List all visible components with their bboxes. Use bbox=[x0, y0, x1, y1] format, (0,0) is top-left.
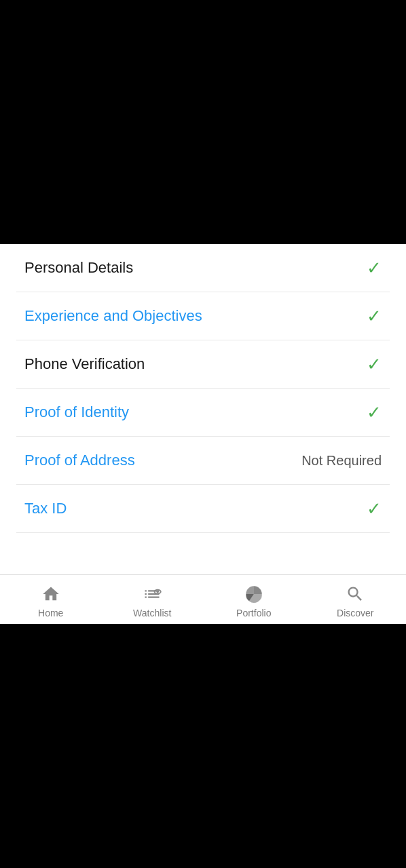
nav-portfolio[interactable]: Portfolio bbox=[234, 583, 274, 618]
svg-point-1 bbox=[157, 591, 160, 593]
checklist-item-tax-id[interactable]: Tax ID✓ bbox=[16, 485, 390, 533]
content-area: Personal Details✓Experience and Objectiv… bbox=[0, 244, 406, 624]
bottom-navigation: Home Watchlist Portfolio bbox=[0, 574, 406, 624]
nav-discover[interactable]: Discover bbox=[335, 583, 375, 618]
checklist-item-proof-of-identity[interactable]: Proof of Identity✓ bbox=[16, 389, 390, 437]
checklist-item-phone-verification[interactable]: Phone Verification✓ bbox=[16, 340, 390, 389]
watchlist-label: Watchlist bbox=[133, 608, 171, 618]
checklist-status-proof-of-identity: ✓ bbox=[367, 403, 382, 421]
checklist: Personal Details✓Experience and Objectiv… bbox=[0, 244, 406, 574]
checklist-status-experience-objectives: ✓ bbox=[367, 307, 382, 325]
checklist-label-proof-of-address: Proof of Address bbox=[24, 452, 135, 469]
checklist-status-phone-verification: ✓ bbox=[367, 355, 382, 373]
checklist-item-proof-of-address[interactable]: Proof of AddressNot Required bbox=[16, 437, 390, 485]
top-black-area bbox=[0, 0, 406, 244]
nav-home[interactable]: Home bbox=[31, 583, 71, 618]
checklist-label-tax-id: Tax ID bbox=[24, 500, 67, 517]
checklist-label-experience-objectives: Experience and Objectives bbox=[24, 307, 202, 325]
portfolio-icon bbox=[243, 583, 265, 605]
portfolio-label: Portfolio bbox=[236, 608, 271, 618]
checklist-label-proof-of-identity: Proof of Identity bbox=[24, 403, 129, 421]
home-label: Home bbox=[38, 608, 63, 618]
bottom-black-area bbox=[0, 624, 406, 868]
checklist-label-personal-details: Personal Details bbox=[24, 259, 133, 277]
checklist-label-phone-verification: Phone Verification bbox=[24, 355, 145, 373]
nav-watchlist[interactable]: Watchlist bbox=[132, 583, 172, 618]
checklist-item-experience-objectives[interactable]: Experience and Objectives✓ bbox=[16, 292, 390, 340]
checklist-status-tax-id: ✓ bbox=[367, 500, 382, 517]
home-icon bbox=[40, 583, 62, 605]
checklist-status-personal-details: ✓ bbox=[367, 259, 382, 277]
checklist-status-proof-of-address: Not Required bbox=[301, 453, 382, 469]
discover-icon bbox=[344, 583, 366, 605]
discover-label: Discover bbox=[337, 608, 373, 618]
checklist-item-personal-details[interactable]: Personal Details✓ bbox=[16, 244, 390, 292]
watchlist-icon bbox=[141, 583, 163, 605]
